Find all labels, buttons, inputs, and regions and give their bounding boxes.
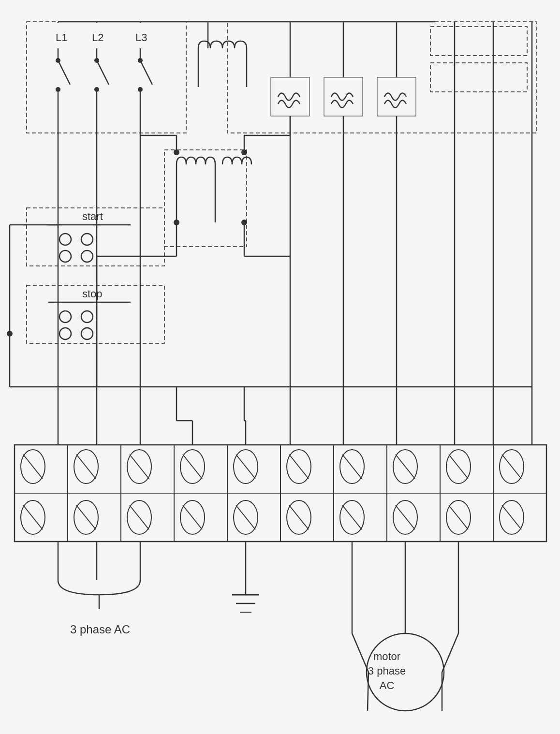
motor-label-line1: motor [373, 650, 400, 662]
motor-label-line3: AC [380, 679, 395, 691]
start-label: start [82, 210, 103, 222]
stop-label: stop [82, 288, 103, 300]
diagram-container: L1 L2 L3 [0, 0, 560, 734]
three-phase-label: 3 phase AC [70, 623, 130, 636]
l2-label: L2 [92, 31, 103, 44]
l3-label: L3 [135, 31, 147, 44]
l1-label: L1 [56, 31, 67, 44]
motor-label-line2: 3 phase [368, 665, 406, 677]
